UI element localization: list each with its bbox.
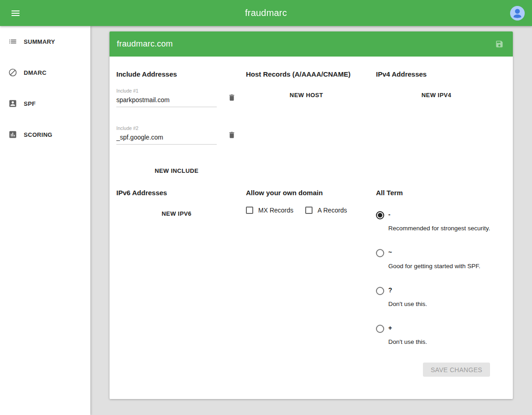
all-term-option[interactable]: ? Don't use this. bbox=[376, 286, 497, 307]
option-symbol: + bbox=[388, 324, 392, 332]
new-include-button[interactable]: NEW INCLUDE bbox=[150, 164, 203, 178]
save-icon-button[interactable] bbox=[493, 38, 506, 51]
card-title: fraudmarc.com bbox=[117, 39, 173, 49]
section-heading: All Term bbox=[376, 189, 497, 197]
include-1-input[interactable] bbox=[116, 95, 217, 107]
section-heading: Host Records (A/AAAA/CNAME) bbox=[246, 70, 367, 78]
menu-button[interactable] bbox=[6, 4, 25, 22]
section-include-addresses: Include Addresses Include #1 bbox=[116, 70, 246, 189]
option-symbol: ? bbox=[388, 286, 392, 294]
app-bar: fraudmarc bbox=[0, 0, 532, 26]
card-header: fraudmarc.com bbox=[110, 31, 513, 57]
section-heading: IPv6 Addresses bbox=[116, 189, 237, 197]
app-shell: SUMMARY DMARC SPF SCORING fraudmarc.com bbox=[0, 0, 532, 415]
sidebar: SUMMARY DMARC SPF SCORING bbox=[0, 26, 90, 415]
delete-include-1-button[interactable] bbox=[228, 93, 237, 103]
sidebar-item-label: SUMMARY bbox=[24, 38, 55, 45]
section-all-term: All Term - Recommended for strongest sec… bbox=[376, 189, 506, 362]
main-content: fraudmarc.com Include Addresses Include … bbox=[90, 26, 532, 415]
account-box-icon bbox=[8, 99, 17, 108]
app-title: fraudmarc bbox=[245, 8, 287, 18]
section-heading: Include Addresses bbox=[116, 70, 237, 78]
all-term-option[interactable]: + Don't use this. bbox=[376, 324, 497, 345]
bar-chart-icon bbox=[8, 130, 17, 139]
avatar-icon bbox=[510, 5, 525, 21]
checkbox-label: A Records bbox=[318, 207, 347, 214]
radio[interactable] bbox=[376, 249, 384, 257]
sidebar-item-summary[interactable]: SUMMARY bbox=[0, 26, 90, 57]
option-symbol: ~ bbox=[388, 249, 392, 256]
all-term-option[interactable]: - Recommended for strongest security. bbox=[376, 210, 497, 232]
sidebar-item-spf[interactable]: SPF bbox=[0, 88, 90, 119]
option-symbol: - bbox=[388, 211, 391, 218]
delete-include-2-button[interactable] bbox=[228, 131, 237, 140]
option-description: Don't use this. bbox=[388, 338, 427, 345]
checkbox[interactable] bbox=[305, 207, 313, 214]
option-description: Recommended for strongest security. bbox=[388, 225, 490, 232]
section-host-records: Host Records (A/AAAA/CNAME) NEW HOST bbox=[246, 70, 376, 189]
domain-checkbox-row: MX Records A Records bbox=[246, 207, 367, 214]
sidebar-item-dmarc[interactable]: DMARC bbox=[0, 57, 90, 88]
section-ipv4-addresses: IPv4 Addresses NEW IPV4 bbox=[376, 70, 506, 189]
section-allow-own-domain: Allow your own domain MX Records A Recor… bbox=[246, 189, 376, 362]
radio[interactable] bbox=[376, 211, 384, 219]
section-ipv6-addresses: IPv6 Addresses NEW IPV6 bbox=[116, 189, 246, 362]
list-icon bbox=[8, 37, 17, 46]
sidebar-item-label: DMARC bbox=[24, 69, 47, 76]
include-2-input[interactable] bbox=[116, 132, 217, 145]
a-records-checkbox-group[interactable]: A Records bbox=[305, 207, 347, 214]
include-1-label: Include #1 bbox=[116, 88, 217, 93]
section-heading: Allow your own domain bbox=[246, 189, 367, 197]
domain-card: fraudmarc.com Include Addresses Include … bbox=[110, 31, 513, 399]
trash-icon bbox=[228, 93, 236, 102]
save-changes-button[interactable]: SAVE CHANGES bbox=[423, 363, 490, 377]
include-field-row: Include #1 bbox=[116, 88, 237, 107]
sidebar-item-label: SCORING bbox=[24, 131, 52, 138]
radio[interactable] bbox=[376, 287, 384, 295]
block-icon bbox=[8, 68, 17, 77]
include-2-label: Include #2 bbox=[116, 125, 217, 131]
trash-icon bbox=[228, 131, 236, 139]
include-field-row: Include #2 bbox=[116, 125, 237, 145]
sidebar-item-label: SPF bbox=[24, 100, 36, 107]
section-heading: IPv4 Addresses bbox=[376, 70, 497, 78]
new-ipv6-button[interactable]: NEW IPV6 bbox=[157, 207, 196, 221]
sidebar-item-scoring[interactable]: SCORING bbox=[0, 119, 90, 150]
checkbox-label: MX Records bbox=[258, 207, 293, 214]
new-host-button[interactable]: NEW HOST bbox=[285, 88, 328, 102]
all-term-options: - Recommended for strongest security. ~ … bbox=[376, 210, 497, 345]
checkbox[interactable] bbox=[246, 207, 253, 214]
all-term-option[interactable]: ~ Good for getting started with SPF. bbox=[376, 248, 497, 270]
account-button[interactable] bbox=[509, 5, 526, 21]
radio[interactable] bbox=[376, 325, 384, 333]
new-ipv4-button[interactable]: NEW IPV4 bbox=[417, 88, 456, 102]
option-description: Good for getting started with SPF. bbox=[388, 263, 480, 270]
card-body: Include Addresses Include #1 bbox=[110, 57, 513, 362]
save-icon bbox=[495, 40, 504, 48]
mx-records-checkbox-group[interactable]: MX Records bbox=[246, 207, 293, 214]
option-description: Don't use this. bbox=[388, 301, 427, 307]
hamburger-icon bbox=[11, 10, 20, 16]
